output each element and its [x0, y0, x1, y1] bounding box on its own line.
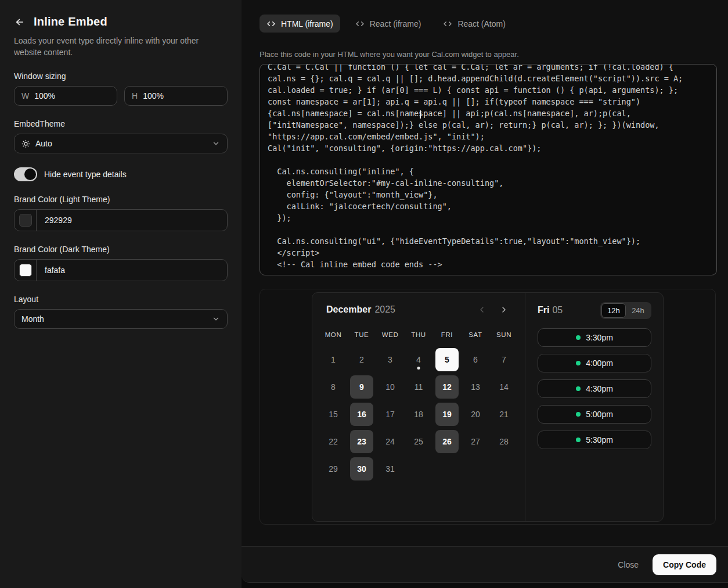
day-cell: 22	[322, 430, 345, 453]
code-icon	[443, 19, 452, 28]
hide-details-toggle[interactable]	[14, 167, 37, 181]
layout-select[interactable]: Month	[14, 309, 228, 329]
width-input[interactable]: W 100%	[14, 86, 117, 106]
time-slot-list: 3:30pm4:00pm4:30pm5:00pm5:30pm	[538, 328, 651, 449]
format-12h[interactable]: 12h	[601, 303, 626, 318]
calendar-month: December	[326, 304, 371, 314]
weekday-label: FRI	[435, 331, 459, 338]
tab-react-iframe[interactable]: React (iframe)	[348, 15, 428, 33]
availability-dot-icon	[576, 335, 581, 340]
time-slot-button[interactable]: 5:00pm	[538, 405, 651, 424]
day-cell: 13	[464, 375, 487, 399]
day-cell[interactable]: 19	[435, 403, 459, 426]
brand-color-light-label: Brand Color (Light Theme)	[14, 195, 228, 204]
hide-details-label: Hide event type details	[44, 170, 127, 179]
copy-code-button[interactable]: Copy Code	[653, 554, 716, 575]
page-title: Inline Embed	[34, 15, 107, 28]
tab-label: React (iframe)	[370, 19, 421, 28]
day-cell: 2	[350, 348, 373, 371]
layout-value: Month	[21, 314, 212, 324]
day-cell: 24	[379, 430, 402, 453]
time-slot-button[interactable]: 3:30pm	[538, 328, 651, 347]
day-cell: 29	[322, 457, 345, 481]
day-cell[interactable]: 26	[435, 430, 459, 453]
calendar-year: 2025	[374, 304, 395, 314]
day-cell[interactable]: 16	[350, 403, 373, 426]
toggle-knob	[24, 168, 36, 180]
brand-color-light-swatch	[19, 214, 32, 227]
tab-react-atom[interactable]: React (Atom)	[436, 15, 512, 33]
day-cell[interactable]: 23	[350, 430, 373, 453]
page-description: Loads your event type directly inline wi…	[14, 35, 221, 58]
day-cell[interactable]: 30	[350, 457, 373, 481]
time-slot-button[interactable]: 4:00pm	[538, 354, 651, 372]
day-cell: 7	[492, 348, 516, 371]
back-button[interactable]	[14, 16, 26, 28]
helper-text: Place this code in your HTML where you w…	[260, 50, 519, 59]
code-type-tabs: HTML (iframe)React (iframe)React (Atom)	[260, 15, 513, 33]
height-input[interactable]: H 100%	[124, 86, 228, 106]
weekday-label: SAT	[464, 331, 487, 338]
weekday-label: MON	[322, 331, 345, 338]
embed-code: C.Cal = C.Cal || function () { let cal =…	[268, 64, 709, 270]
theme-value: Auto	[35, 139, 212, 148]
time-slot-button[interactable]: 5:30pm	[538, 431, 651, 449]
theme-select[interactable]: Auto	[14, 134, 228, 153]
weekday-label: TUE	[350, 331, 373, 338]
theme-label: EmbedTheme	[14, 119, 228, 128]
day-cell: 28	[492, 430, 516, 453]
brand-color-dark-swatch-cell[interactable]	[15, 260, 37, 281]
width-value: 100%	[34, 91, 55, 101]
weekday-row: MONTUEWEDTHUFRISATSUN	[322, 331, 525, 338]
day-cell: 21	[492, 403, 516, 426]
month-panel: December2025	[312, 293, 525, 521]
selected-day-label: Fri05	[538, 305, 563, 315]
height-prefix: H	[132, 91, 138, 101]
availability-dot-icon	[576, 412, 581, 417]
availability-dot-icon	[576, 361, 581, 365]
tab-label: React (Atom)	[457, 19, 505, 28]
brand-color-light-value: 292929	[37, 216, 80, 225]
tab-html-iframe[interactable]: HTML (iframe)	[260, 15, 340, 33]
format-24h[interactable]: 24h	[626, 303, 650, 318]
height-value: 100%	[143, 91, 164, 101]
layout-label: Layout	[14, 295, 228, 304]
chevron-right-icon	[499, 305, 509, 314]
calendar-title: December2025	[326, 304, 395, 315]
width-prefix: W	[21, 91, 29, 101]
chevron-left-icon	[477, 305, 486, 314]
day-cell: 18	[407, 403, 430, 426]
dialog-footer: Close Copy Code	[242, 546, 728, 582]
day-cell[interactable]: 5	[435, 348, 459, 371]
day-cell: 11	[407, 375, 430, 399]
preview-container: December2025	[260, 289, 716, 525]
time-slot-button[interactable]: 4:30pm	[538, 379, 651, 398]
day-cell: 10	[379, 375, 402, 399]
today-dot-icon	[417, 367, 420, 370]
embed-code-textarea[interactable]: C.Cal = C.Cal || function () { let cal =…	[260, 64, 717, 275]
chevron-down-icon	[212, 315, 220, 323]
day-cell: 25	[407, 430, 430, 453]
availability-dot-icon	[576, 438, 581, 442]
day-cell[interactable]: 9	[350, 375, 373, 399]
slot-time-label: 5:00pm	[586, 410, 613, 419]
weekday-label: WED	[379, 331, 402, 338]
window-sizing-label: Window sizing	[14, 71, 228, 81]
brand-color-light-input[interactable]: 292929	[14, 209, 228, 231]
next-month-button[interactable]	[499, 305, 509, 314]
day-cell: 14	[492, 375, 516, 399]
brand-color-light-swatch-cell[interactable]	[15, 210, 37, 231]
day-cell: 27	[464, 430, 487, 453]
code-icon	[355, 19, 365, 28]
brand-color-dark-input[interactable]: fafafa	[14, 259, 228, 281]
main-panel: HTML (iframe)React (iframe)React (Atom) …	[242, 0, 728, 583]
prev-month-button	[477, 305, 486, 314]
close-button[interactable]: Close	[608, 555, 648, 574]
code-icon	[266, 19, 276, 28]
booker-preview: December2025	[312, 292, 664, 522]
weekday-label: SUN	[492, 331, 516, 338]
day-cell: 6	[464, 348, 487, 371]
day-cell[interactable]: 12	[435, 375, 459, 399]
embed-config-dialog: Inline Embed Loads your event type direc…	[0, 0, 728, 588]
chevron-down-icon	[212, 139, 220, 148]
